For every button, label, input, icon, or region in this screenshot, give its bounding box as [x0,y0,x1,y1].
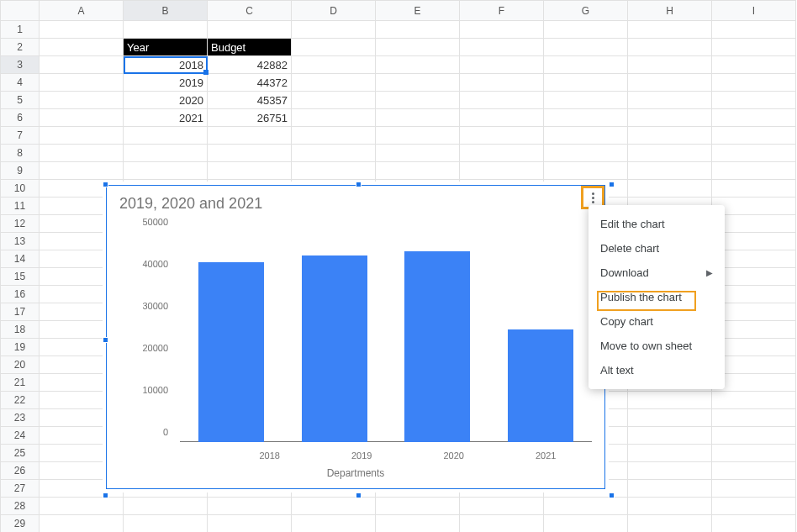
cell-I29[interactable] [712,515,796,533]
cell-H26[interactable] [628,462,712,480]
cell-C5[interactable]: 45357 [208,92,292,109]
row-header-10[interactable]: 10 [1,180,40,198]
cell-D2[interactable] [292,39,376,56]
cell-I22[interactable] [712,392,796,409]
cell-B6[interactable]: 2021 [124,109,208,127]
cell-B28[interactable] [124,498,208,515]
col-header-C[interactable]: C [208,1,292,21]
cell-B8[interactable] [124,145,208,162]
col-header-A[interactable]: A [40,1,124,21]
cell-E4[interactable] [376,74,460,92]
row-header-25[interactable]: 25 [1,445,40,462]
cell-C3[interactable]: 42882 [208,56,292,74]
cell-G9[interactable] [544,162,628,180]
chart-resize-handle[interactable] [609,492,615,498]
menu-item-download[interactable]: Download▶ [589,261,725,285]
chart-resize-handle[interactable] [103,337,108,343]
cell-A7[interactable] [40,127,124,145]
cell-H28[interactable] [628,498,712,515]
cell-E5[interactable] [376,92,460,109]
chart-resize-handle[interactable] [103,492,108,498]
cell-H5[interactable] [628,92,712,109]
row-header-19[interactable]: 19 [1,339,40,356]
row-header-2[interactable]: 2 [1,39,40,56]
row-header-1[interactable]: 1 [1,21,40,39]
col-header-B[interactable]: B [124,1,208,21]
cell-A8[interactable] [40,145,124,162]
cell-A5[interactable] [40,92,124,109]
cell-I23[interactable] [712,409,796,427]
cell-I10[interactable] [712,180,796,198]
cell-G2[interactable] [544,39,628,56]
row-header-15[interactable]: 15 [1,268,40,286]
cell-F2[interactable] [460,39,544,56]
cell-C1[interactable] [208,21,292,39]
cell-I8[interactable] [712,145,796,162]
cell-E28[interactable] [376,498,460,515]
cell-E6[interactable] [376,109,460,127]
cell-H25[interactable] [628,445,712,462]
cell-B5[interactable]: 2020 [124,92,208,109]
cell-D28[interactable] [292,498,376,515]
cell-C2[interactable]: Budget [208,39,292,56]
cell-A4[interactable] [40,74,124,92]
cell-C7[interactable] [208,127,292,145]
cell-G7[interactable] [544,127,628,145]
cell-E1[interactable] [376,21,460,39]
chart-container[interactable]: 2019, 2020 and 2021 01000020000300004000… [103,182,609,492]
cell-E3[interactable] [376,56,460,74]
row-header-4[interactable]: 4 [1,74,40,92]
menu-item-move-to-own-sheet[interactable]: Move to own sheet [589,334,725,358]
cell-C28[interactable] [208,498,292,515]
cell-H2[interactable] [628,39,712,56]
row-header-3[interactable]: 3 [1,56,40,74]
row-header-17[interactable]: 17 [1,303,40,321]
cell-I3[interactable] [712,56,796,74]
cell-H7[interactable] [628,127,712,145]
row-header-6[interactable]: 6 [1,109,40,127]
cell-H29[interactable] [628,515,712,533]
cell-D8[interactable] [292,145,376,162]
row-header-24[interactable]: 24 [1,427,40,445]
col-header-E[interactable]: E [376,1,460,21]
bar-2018[interactable] [198,262,264,442]
row-header-18[interactable]: 18 [1,321,40,339]
cell-E29[interactable] [376,515,460,533]
cell-E8[interactable] [376,145,460,162]
row-header-9[interactable]: 9 [1,162,40,180]
cell-I9[interactable] [712,162,796,180]
menu-item-publish-the-chart[interactable]: Publish the chart [589,285,725,309]
cell-E2[interactable] [376,39,460,56]
col-header-I[interactable]: I [712,1,796,21]
cell-D1[interactable] [292,21,376,39]
cell-I2[interactable] [712,39,796,56]
cell-B9[interactable] [124,162,208,180]
cell-E9[interactable] [376,162,460,180]
row-header-13[interactable]: 13 [1,233,40,250]
cell-I27[interactable] [712,480,796,498]
cell-H4[interactable] [628,74,712,92]
row-header-23[interactable]: 23 [1,409,40,427]
cell-F4[interactable] [460,74,544,92]
cell-H10[interactable] [628,180,712,198]
row-header-20[interactable]: 20 [1,356,40,374]
chart-menu-button[interactable] [583,188,602,207]
cell-F1[interactable] [460,21,544,39]
cell-A3[interactable] [40,56,124,74]
cell-B3[interactable]: 2018 [124,56,208,74]
row-header-26[interactable]: 26 [1,462,40,480]
cell-H3[interactable] [628,56,712,74]
row-header-11[interactable]: 11 [1,198,40,215]
cell-B7[interactable] [124,127,208,145]
cell-H22[interactable] [628,392,712,409]
chart-resize-handle[interactable] [103,182,108,187]
col-header-G[interactable]: G [544,1,628,21]
cell-F6[interactable] [460,109,544,127]
cell-A29[interactable] [40,515,124,533]
cell-B4[interactable]: 2019 [124,74,208,92]
cell-I5[interactable] [712,92,796,109]
menu-item-delete-chart[interactable]: Delete chart [589,236,725,261]
row-header-22[interactable]: 22 [1,392,40,409]
cell-D7[interactable] [292,127,376,145]
menu-item-alt-text[interactable]: Alt text [589,358,725,382]
